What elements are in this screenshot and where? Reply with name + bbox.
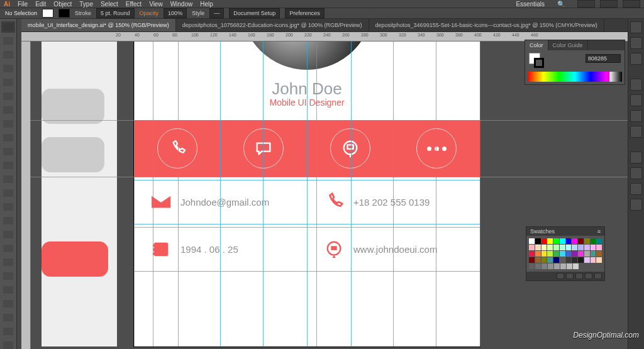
eyedropper-tool[interactable] (1, 284, 16, 296)
workspace-switcher[interactable]: Essentials (516, 1, 545, 8)
swatch[interactable] (591, 245, 596, 250)
swatch[interactable] (547, 251, 553, 257)
ruler-vertical[interactable] (21, 42, 31, 349)
swatch[interactable] (578, 238, 584, 244)
swatch[interactable] (541, 257, 547, 263)
swatch[interactable] (535, 263, 541, 269)
rail-button[interactable] (630, 53, 642, 65)
swatch[interactable] (560, 238, 565, 244)
menu-type[interactable]: Type (79, 1, 93, 8)
artboard-tool[interactable] (1, 339, 16, 349)
pen-tool[interactable] (1, 76, 16, 89)
swatch[interactable] (541, 245, 547, 250)
swatch[interactable] (578, 245, 584, 250)
search-icon[interactable]: 🔍 (557, 1, 565, 8)
preferences-button[interactable]: Preferences (285, 8, 325, 18)
swatch[interactable] (535, 257, 541, 263)
stroke-weight[interactable]: 5 pt. Round (96, 8, 135, 18)
document-tab[interactable]: depositphotos_10756822-Education-icons.j… (176, 19, 369, 31)
swatch-foot-button[interactable] (575, 273, 583, 279)
rail-button[interactable] (630, 183, 642, 195)
rectangle-tool[interactable] (1, 118, 16, 130)
swatches-panel[interactable]: Swatches≡ (526, 226, 605, 281)
magic-wand-tool[interactable] (1, 48, 16, 61)
swatch[interactable] (591, 257, 596, 263)
swatch[interactable] (566, 245, 572, 250)
swatch[interactable] (566, 238, 572, 244)
swatch[interactable] (572, 257, 577, 263)
swatch[interactable] (529, 257, 535, 263)
menu-window[interactable]: Window (170, 1, 193, 8)
column-graph-tool[interactable] (1, 325, 16, 338)
swatch[interactable] (596, 238, 602, 244)
swatch[interactable] (529, 251, 535, 257)
color-panel[interactable]: Color Color Guide 808285 (525, 40, 625, 85)
paintbrush-tool[interactable] (1, 131, 16, 144)
swatch-foot-button[interactable] (566, 273, 574, 279)
window-minimize[interactable] (577, 0, 595, 8)
swatch[interactable] (535, 251, 541, 257)
swatch[interactable] (547, 238, 553, 244)
swatch[interactable] (541, 263, 547, 269)
symbol-sprayer-tool[interactable] (1, 311, 16, 324)
swatch[interactable] (591, 238, 596, 244)
color-spectrum[interactable] (528, 72, 622, 82)
swatch[interactable] (535, 245, 541, 250)
gradient-tool[interactable] (1, 270, 16, 282)
swatch[interactable] (535, 238, 541, 244)
swatch[interactable] (572, 238, 577, 244)
rail-button[interactable] (630, 110, 642, 122)
direct-selection-tool[interactable] (1, 35, 16, 47)
rail-button[interactable] (630, 37, 642, 49)
menu-view[interactable]: View (149, 1, 163, 8)
swatch[interactable] (554, 263, 560, 269)
menu-help[interactable]: Help (200, 1, 213, 8)
swatch[interactable] (584, 245, 590, 250)
blend-tool[interactable] (1, 297, 16, 310)
document-tab[interactable]: depositphotos_34699155-Set-16-basic-icon… (369, 19, 604, 31)
rail-button[interactable] (630, 79, 642, 91)
eraser-tool[interactable] (1, 159, 16, 172)
shape-builder-tool[interactable] (1, 228, 16, 241)
swatch[interactable] (529, 263, 535, 269)
canvas-stage[interactable]: John Doe Mobile UI Designer (21, 42, 628, 349)
swatch[interactable] (560, 245, 565, 250)
swatch[interactable] (560, 251, 565, 257)
swatch[interactable] (560, 263, 566, 269)
window-maximize[interactable] (600, 0, 618, 8)
pencil-tool[interactable] (1, 145, 16, 158)
swatch[interactable] (560, 257, 565, 263)
swatch[interactable] (573, 263, 579, 269)
rail-button[interactable] (630, 152, 642, 163)
free-transform-tool[interactable] (1, 214, 16, 227)
swatch[interactable] (596, 257, 602, 263)
swatch[interactable] (529, 245, 535, 250)
menu-edit[interactable]: Edit (35, 1, 46, 8)
swatch[interactable] (584, 257, 590, 263)
swatch[interactable] (596, 251, 602, 257)
color-guide-tab[interactable]: Color Guide (548, 40, 588, 50)
swatch[interactable] (547, 245, 553, 250)
swatch[interactable] (541, 251, 547, 257)
swatch[interactable] (578, 257, 584, 263)
swatch[interactable] (578, 251, 584, 257)
swatch[interactable] (548, 263, 553, 269)
swatch-foot-button[interactable] (594, 273, 602, 279)
menu-object[interactable]: Object (53, 1, 72, 8)
swatch[interactable] (529, 238, 535, 244)
lasso-tool[interactable] (1, 62, 16, 75)
document-setup-button[interactable]: Document Setup (229, 8, 280, 18)
panel-menu-icon[interactable]: ≡ (597, 227, 601, 236)
swatch-foot-button[interactable] (585, 273, 592, 279)
swatch[interactable] (596, 245, 602, 250)
width-tool[interactable] (1, 201, 16, 213)
window-close[interactable] (623, 0, 640, 8)
rotate-tool[interactable] (1, 173, 16, 186)
menu-file[interactable]: File (18, 1, 28, 8)
swatch-foot-button[interactable] (557, 273, 564, 279)
swatch[interactable] (567, 263, 572, 269)
swatch[interactable] (584, 238, 590, 244)
swatch[interactable] (572, 251, 577, 257)
rail-button[interactable] (630, 94, 642, 106)
line-tool[interactable] (1, 104, 16, 116)
